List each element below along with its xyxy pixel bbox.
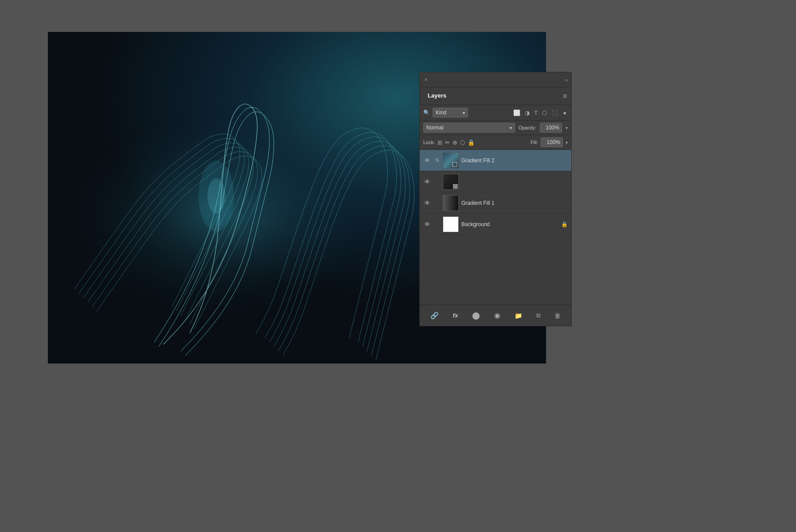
lock-artboard-icon[interactable]: ⬡	[460, 139, 465, 146]
visibility-icon[interactable]: 👁	[423, 178, 431, 185]
layer-item[interactable]: 👁	[420, 171, 571, 192]
filter-shape-icon[interactable]: ⬡	[541, 109, 548, 117]
visibility-icon[interactable]: 👁	[423, 200, 431, 207]
layer-lock-icon: 🔒	[561, 221, 568, 227]
layer-name: Gradient Fill 1	[461, 200, 568, 206]
filter-pixel-icon[interactable]: ⬜	[512, 109, 522, 117]
filter-row: 🔍 Kind ▾ ⬜ ◑ T ⬡ ⬛ ●	[420, 105, 571, 121]
panel-menu-icon[interactable]: ≡	[563, 92, 567, 100]
new-layer-icon[interactable]: ⧉	[534, 310, 543, 321]
layer-item[interactable]: 👁 Gradient Fill 1	[420, 192, 571, 214]
fill-value[interactable]: 100%	[541, 137, 563, 147]
visibility-icon[interactable]: 👁	[423, 157, 431, 164]
search-icon: 🔍	[423, 110, 430, 116]
panel-tabs: Layers ≡	[420, 87, 571, 105]
kind-dropdown[interactable]: Kind ▾	[433, 108, 468, 117]
collapse-icon[interactable]: «	[565, 77, 568, 82]
layer-thumbnail	[443, 195, 459, 211]
filter-text-icon[interactable]: T	[533, 109, 539, 117]
filter-adjust-icon[interactable]: ◑	[523, 109, 531, 117]
delete-layer-icon[interactable]: 🗑	[552, 310, 563, 321]
lock-checkerboard-icon[interactable]: ⊞	[437, 139, 442, 146]
adjustment-layer-icon[interactable]: ⬤	[469, 309, 483, 321]
lock-paint-icon[interactable]: ✏	[445, 139, 450, 146]
layers-panel: × « Layers ≡ 🔍 Kind ▾ ⬜ ◑ T ⬡ ⬛ ● Normal…	[419, 72, 572, 326]
blend-mode-dropdown[interactable]: Normal ▾	[423, 123, 515, 133]
filter-smart-icon[interactable]: ⬛	[550, 109, 560, 117]
layer-item[interactable]: 👁 Background 🔒	[420, 214, 571, 235]
lock-all-icon[interactable]: 🔒	[468, 139, 475, 146]
fill-section: Fill: 100% ▾	[531, 137, 568, 147]
panel-footer: 🔗 fx ⬤ ◉ 📁 ⧉ 🗑	[420, 305, 571, 326]
link-icon[interactable]: 🔗	[428, 310, 441, 321]
tab-layers[interactable]: Layers	[424, 90, 450, 102]
fill-label: Fill:	[531, 140, 538, 145]
layer-thumbnail	[443, 174, 459, 190]
lock-label: Lock:	[423, 140, 435, 145]
layers-list: 👁 ⇅ Gradient Fill 2 👁 👁	[420, 150, 571, 305]
opacity-label: Opacity:	[519, 125, 536, 130]
mask-icon[interactable]: ◉	[492, 309, 503, 321]
fill-arrow[interactable]: ▾	[566, 140, 568, 145]
layer-move-icon: ⇅	[434, 157, 440, 163]
close-icon[interactable]: ×	[423, 77, 429, 82]
opacity-value[interactable]: 100%	[540, 123, 562, 133]
blend-opacity-row: Normal ▾ Opacity: 100% ▾	[420, 121, 571, 135]
lock-move-icon[interactable]: ⊕	[453, 139, 457, 146]
visibility-icon[interactable]: 👁	[423, 221, 431, 228]
group-icon[interactable]: 📁	[512, 310, 525, 321]
fx-icon[interactable]: fx	[450, 310, 461, 321]
svg-point-3	[207, 178, 225, 214]
layer-item[interactable]: 👁 ⇅ Gradient Fill 2	[420, 150, 571, 171]
layer-name: Background	[461, 221, 558, 227]
filter-icons: ⬜ ◑ T ⬡ ⬛ ●	[512, 109, 568, 117]
layer-thumbnail	[443, 153, 459, 168]
layer-name: Gradient Fill 2	[461, 157, 568, 164]
filter-circle-icon[interactable]: ●	[562, 109, 568, 117]
lock-row: Lock: ⊞ ✏ ⊕ ⬡ 🔒 Fill: 100% ▾	[420, 135, 571, 150]
opacity-arrow[interactable]: ▾	[566, 125, 568, 130]
panel-titlebar: × «	[420, 72, 571, 87]
layer-thumbnail	[443, 216, 459, 232]
